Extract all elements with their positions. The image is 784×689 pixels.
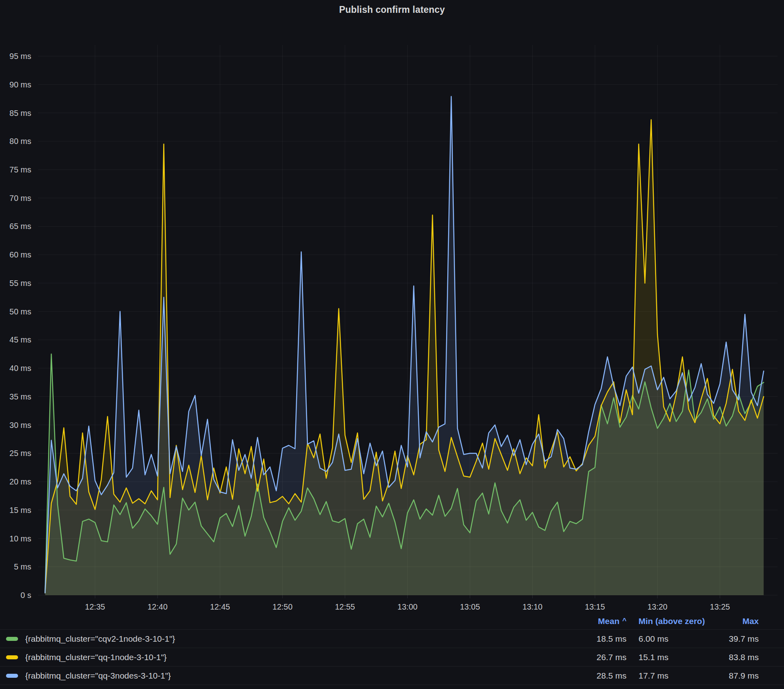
series-label[interactable]: {rabbitmq_cluster="cqv2-1node-3-10-1"} — [25, 634, 175, 644]
x-tick-label: 12:35 — [85, 602, 105, 611]
y-axis-labels: 0 s5 ms10 ms15 ms20 ms25 ms30 ms35 ms40 … — [10, 52, 31, 600]
latency-chart: 0 s5 ms10 ms15 ms20 ms25 ms30 ms35 ms40 … — [0, 0, 784, 613]
x-tick-label: 13:20 — [647, 602, 667, 611]
y-tick-label: 70 ms — [10, 194, 31, 203]
legend-header-min[interactable]: Min (above zero) — [639, 616, 719, 626]
legend-row-qq-1node[interactable]: {rabbitmq_cluster="qq-1node-3-10-1"} 26.… — [0, 648, 784, 667]
series-swatch-blue[interactable] — [6, 674, 18, 678]
max-value: 87.9 ms — [719, 671, 759, 681]
y-tick-label: 40 ms — [10, 364, 31, 373]
x-axis-labels: 12:3512:4012:4512:5012:5513:0013:0513:10… — [85, 602, 730, 611]
series-label[interactable]: {rabbitmq_cluster="qq-1node-3-10-1"} — [25, 653, 167, 662]
y-tick-label: 15 ms — [10, 506, 31, 515]
series-swatch-yellow[interactable] — [6, 655, 18, 659]
series-name-cell: {rabbitmq_cluster="qq-1node-3-10-1"} — [6, 653, 558, 662]
max-value: 83.8 ms — [719, 653, 759, 662]
y-tick-label: 95 ms — [10, 52, 31, 61]
y-tick-label: 85 ms — [10, 109, 31, 118]
legend-header-mean[interactable]: Mean^ — [558, 616, 626, 626]
x-tick-label: 12:55 — [335, 602, 355, 611]
y-tick-label: 90 ms — [10, 80, 31, 89]
y-tick-label: 35 ms — [10, 392, 31, 401]
x-tick-label: 13:05 — [460, 602, 480, 611]
max-value: 39.7 ms — [719, 634, 759, 644]
min-value: 15.1 ms — [639, 653, 719, 662]
series-name-cell: {rabbitmq_cluster="qq-3nodes-3-10-1"} — [6, 671, 558, 681]
y-tick-label: 25 ms — [10, 449, 31, 458]
min-value: 17.7 ms — [639, 671, 719, 681]
x-tick-marks — [95, 595, 720, 598]
x-tick-label: 13:00 — [398, 602, 418, 611]
y-tick-label: 80 ms — [10, 137, 31, 146]
y-tick-label: 75 ms — [10, 165, 31, 174]
min-value: 6.00 ms — [639, 634, 719, 644]
y-tick-label: 60 ms — [10, 250, 31, 259]
panel-title: Publish confirm latency — [0, 0, 784, 19]
legend-row-qq-3nodes[interactable]: {rabbitmq_cluster="qq-3nodes-3-10-1"} 28… — [0, 667, 784, 685]
x-tick-label: 13:15 — [585, 602, 605, 611]
sort-ascending-icon: ^ — [622, 617, 626, 625]
legend: Mean^ Min (above zero) Max {rabbitmq_clu… — [0, 613, 784, 685]
x-tick-label: 12:50 — [273, 602, 293, 611]
legend-row-cqv2-1node[interactable]: {rabbitmq_cluster="cqv2-1node-3-10-1"} 1… — [0, 630, 784, 648]
y-tick-label: 30 ms — [10, 421, 31, 430]
y-tick-label: 55 ms — [10, 279, 31, 288]
y-tick-label: 45 ms — [10, 335, 31, 344]
y-tick-label: 20 ms — [10, 477, 31, 486]
y-tick-label: 5 ms — [14, 562, 31, 571]
grafana-panel: { "title": "Publish confirm latency", "l… — [0, 0, 784, 689]
mean-value: 26.7 ms — [558, 653, 626, 662]
series-name-cell: {rabbitmq_cluster="cqv2-1node-3-10-1"} — [6, 634, 558, 644]
x-tick-label: 12:45 — [210, 602, 230, 611]
series-label[interactable]: {rabbitmq_cluster="qq-3nodes-3-10-1"} — [25, 671, 171, 681]
mean-value: 28.5 ms — [558, 671, 626, 681]
legend-header: Mean^ Min (above zero) Max — [0, 613, 784, 630]
y-tick-label: 65 ms — [10, 222, 31, 231]
y-tick-label: 0 s — [20, 591, 31, 600]
x-tick-label: 13:25 — [710, 602, 730, 611]
y-tick-label: 10 ms — [10, 534, 31, 543]
mean-value: 18.5 ms — [558, 634, 626, 644]
y-tick-label: 50 ms — [10, 307, 31, 316]
mean-header-label[interactable]: Mean — [598, 616, 620, 626]
x-tick-label: 13:10 — [522, 602, 542, 611]
x-tick-label: 12:40 — [148, 602, 168, 611]
series-swatch-green[interactable] — [6, 637, 18, 641]
legend-header-max[interactable]: Max — [719, 616, 759, 626]
